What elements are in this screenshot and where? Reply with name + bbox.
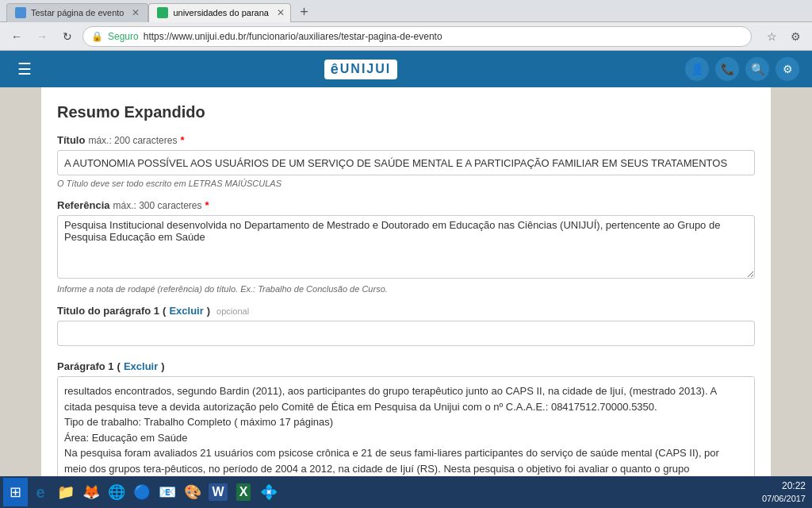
refresh-button[interactable]: ↻ (57, 26, 78, 47)
url-prefix: Seguro (108, 31, 139, 42)
browser-tabs: Testar página de evento ✕ universidades … (6, 0, 313, 22)
titulo-paragrafo-field-group: Titulo do parágrafo 1 ( Excluir ) opcion… (57, 305, 755, 349)
header-logo: ê UNIJUI (324, 60, 397, 79)
taskbar-outlook-icon[interactable]: 📧 (156, 481, 178, 503)
taskbar-ie-icon[interactable]: e (29, 481, 52, 503)
address-bar[interactable]: 🔒 Seguro https://www.unijui.edu.br/funci… (82, 26, 752, 47)
taskbar: ⊞ e 📁 🦊 🌐 🔵 📧 🎨 W X 💠 20:22 07/06/2017 (0, 476, 812, 508)
taskbar-firefox-icon[interactable]: 🦊 (80, 481, 102, 503)
taskbar-clock: 20:22 07/06/2017 (762, 480, 806, 504)
tab-close-2[interactable]: ✕ (277, 7, 285, 18)
start-button[interactable]: ⊞ (3, 478, 28, 506)
settings-icon-button[interactable]: ⚙ (776, 57, 799, 81)
referencia-textarea[interactable] (57, 215, 755, 279)
tab-label-1: Testar página de evento (31, 8, 124, 17)
tab-favicon-1 (15, 7, 26, 18)
taskbar-word-icon[interactable]: W (207, 481, 229, 503)
tab-favicon-2 (157, 7, 168, 18)
titulo-paragrafo-label: Titulo do parágrafo 1 ( Excluir ) opcion… (57, 305, 755, 317)
referencia-field-group: Referência máx.: 300 caracteres * Inform… (57, 199, 755, 294)
titulo-paragrafo-optional: opcional (216, 306, 249, 316)
address-bar-icons: ☆ ⚙ (761, 26, 806, 47)
search-icon-button[interactable]: 🔍 (745, 57, 769, 81)
logo-e: ê (331, 61, 339, 78)
taskbar-time: 20:22 (762, 480, 806, 493)
titulo-label: Título máx.: 200 caracteres * (57, 134, 755, 146)
taskbar-date: 07/06/2017 (762, 493, 806, 504)
titulo-required-star: * (180, 134, 184, 146)
hamburger-menu-button[interactable]: ☰ (13, 55, 36, 83)
titulo-helper: O Título deve ser todo escrito em LETRAS… (57, 179, 755, 188)
taskbar-excel-icon[interactable]: X (232, 481, 255, 503)
taskbar-paint-icon[interactable]: 🎨 (182, 481, 204, 503)
referencia-helper: Informe a nota de rodapé (referência) do… (57, 284, 755, 294)
titulo-field-group: Título máx.: 200 caracteres * O Título d… (57, 134, 755, 188)
url-text: https://www.unijui.edu.br/funcionario/au… (144, 31, 442, 42)
browser-addressbar: ← → ↻ 🔒 Seguro https://www.unijui.edu.br… (0, 22, 812, 51)
titulo-input[interactable] (57, 150, 755, 175)
referencia-required-star: * (205, 199, 209, 211)
taskbar-app1-icon[interactable]: 🌐 (105, 481, 128, 503)
browser-titlebar: Testar página de evento ✕ universidades … (0, 0, 812, 22)
browser-tab-2[interactable]: universidades do parana ✕ (148, 3, 291, 22)
phone-icon-button[interactable]: 📞 (715, 57, 739, 81)
tab-close-1[interactable]: ✕ (132, 7, 140, 18)
tab-label-2: universidades do parana (173, 8, 268, 17)
page-outer: Resumo Expandido Título máx.: 200 caract… (0, 87, 812, 508)
logo-text: UNIJUI (340, 62, 391, 76)
referencia-label: Referência máx.: 300 caracteres * (57, 199, 755, 211)
bookmark-star-button[interactable]: ☆ (761, 26, 782, 47)
taskbar-app2-icon[interactable]: 💠 (258, 481, 280, 503)
new-tab-button[interactable]: + (294, 3, 313, 22)
paragrafo-excluir-link[interactable]: Excluir (124, 360, 158, 372)
app-header: ☰ ê UNIJUI 👤 📞 🔍 ⚙ (0, 51, 812, 87)
browser-tab-1[interactable]: Testar página de evento ✕ (6, 3, 148, 22)
back-button[interactable]: ← (6, 26, 27, 47)
titulo-paragrafo-input[interactable] (57, 321, 755, 346)
lock-icon: 🔒 (91, 31, 103, 42)
section-title: Resumo Expandido (57, 103, 755, 121)
logo-box: ê UNIJUI (324, 60, 397, 79)
paragrafo-label: Parágrafo 1 ( Excluir ) (57, 360, 755, 372)
extensions-button[interactable]: ⚙ (785, 26, 806, 47)
forward-button[interactable]: → (32, 26, 52, 47)
taskbar-right: 20:22 07/06/2017 (762, 480, 809, 504)
user-icon-button[interactable]: 👤 (685, 57, 709, 81)
page-content: Resumo Expandido Título máx.: 200 caract… (41, 87, 771, 508)
taskbar-folder-icon[interactable]: 📁 (55, 481, 77, 503)
start-icon: ⊞ (10, 483, 21, 501)
taskbar-chrome-icon[interactable]: 🔵 (131, 481, 153, 503)
header-icons: 👤 📞 🔍 ⚙ (685, 57, 799, 81)
titulo-paragrafo-excluir-link[interactable]: Excluir (169, 305, 203, 317)
